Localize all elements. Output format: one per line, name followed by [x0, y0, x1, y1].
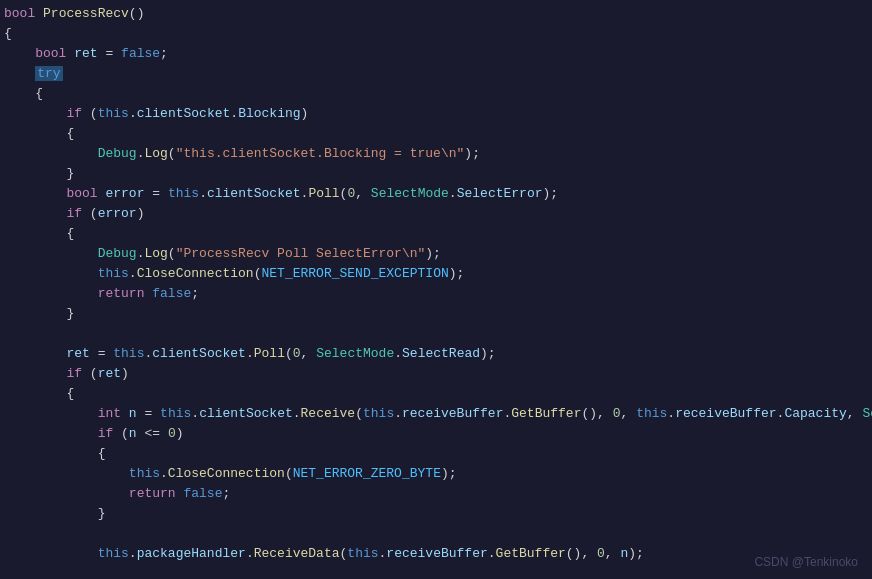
code-line: { — [0, 124, 872, 144]
code-line — [0, 564, 872, 579]
code-line: Debug.Log("ProcessRecv Poll SelectError\… — [0, 244, 872, 264]
code-line: if (error) — [0, 204, 872, 224]
code-line: return false; — [0, 284, 872, 304]
code-line: Debug.Log("this.clientSocket.Blocking = … — [0, 144, 872, 164]
code-line: this.CloseConnection(NET_ERROR_SEND_EXCE… — [0, 264, 872, 284]
code-line: ret = this.clientSocket.Poll(0, SelectMo… — [0, 344, 872, 364]
code-line: this.CloseConnection(NET_ERROR_ZERO_BYTE… — [0, 464, 872, 484]
watermark: CSDN @Tenkinoko — [754, 555, 858, 569]
code-line — [0, 324, 872, 344]
code-line — [0, 524, 872, 544]
code-line: if (this.clientSocket.Blocking) — [0, 104, 872, 124]
code-line: { — [0, 224, 872, 244]
code-line: { — [0, 84, 872, 104]
code-content: bool ProcessRecv() { bool ret = false; t… — [0, 0, 872, 579]
code-line: } — [0, 504, 872, 524]
code-line: bool ret = false; — [0, 44, 872, 64]
code-line: { — [0, 384, 872, 404]
code-line: return false; — [0, 484, 872, 504]
code-line: { — [0, 24, 872, 44]
code-line: { — [0, 444, 872, 464]
code-line: this.packageHandler.ReceiveData(this.rec… — [0, 544, 872, 564]
code-line: bool error = this.clientSocket.Poll(0, S… — [0, 184, 872, 204]
code-line: if (ret) — [0, 364, 872, 384]
code-editor: bool ProcessRecv() { bool ret = false; t… — [0, 0, 872, 579]
code-line: int n = this.clientSocket.Receive(this.r… — [0, 404, 872, 424]
code-line: if (n <= 0) — [0, 424, 872, 444]
code-line: } — [0, 164, 872, 184]
code-line: } — [0, 304, 872, 324]
code-line-try: try — [0, 64, 872, 84]
code-line: bool ProcessRecv() — [0, 4, 872, 24]
